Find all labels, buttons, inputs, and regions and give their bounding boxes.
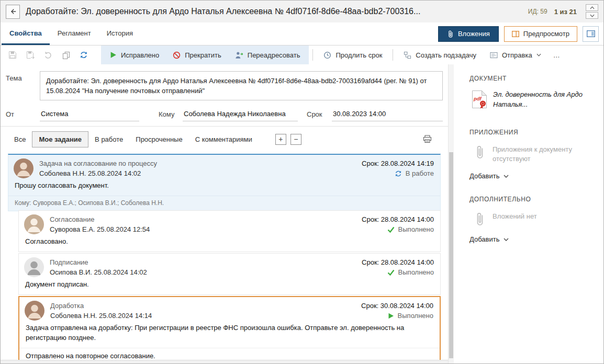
preview-button-label: Предпросмотр	[523, 30, 569, 38]
main-pane: Тема Доработайте: Эл. доверенность для А…	[1, 64, 448, 363]
chevron-down-icon	[536, 53, 541, 56]
from-field[interactable]: Система	[40, 108, 139, 121]
refresh-button[interactable]	[76, 47, 92, 63]
prev-record-button[interactable]	[586, 4, 598, 11]
task-form: Тема Доработайте: Эл. доверенность для А…	[1, 64, 448, 126]
task-card-approval[interactable]: Согласование Суворова Е.А. 25.08.2024 12…	[18, 210, 441, 252]
attachments-button[interactable]: Вложения	[438, 26, 499, 42]
filter-overdue[interactable]: Просроченные	[129, 132, 188, 147]
more-actions-button[interactable]: …	[548, 51, 566, 59]
filter-overdue-label: Просроченные	[136, 135, 182, 143]
task-card-meta: Срок: 28.08.2024 14:00 Выполнено	[362, 214, 434, 234]
task-title: Доработка	[50, 301, 152, 311]
to-field[interactable]: Соболева Надежда Николаевна	[183, 108, 298, 121]
toolbar-separator	[393, 49, 393, 61]
task-card-titles: Доработка Соболева Н.Н. 25.08.2024 14:14	[50, 301, 152, 321]
tab-properties[interactable]: Свойства	[2, 22, 50, 45]
avatar	[24, 214, 44, 234]
prohibit-icon	[173, 51, 181, 59]
undo-button[interactable]	[40, 47, 56, 63]
more-actions-label: …	[553, 51, 561, 59]
save-close-icon	[26, 51, 35, 59]
task-title: Подписание	[50, 257, 147, 267]
attachments-button-label: Вложения	[458, 30, 490, 38]
filter-in-progress-label: В работе	[95, 135, 123, 143]
collapse-all-button[interactable]: −	[290, 134, 301, 145]
avatar	[24, 257, 44, 277]
create-subtask-button[interactable]: Создать подзадачу	[397, 47, 483, 63]
task-status-label: В работе	[406, 168, 434, 178]
panel-layout-icon	[587, 30, 595, 37]
abort-button[interactable]: Прекратить	[166, 47, 228, 63]
deadline-field[interactable]: 30.08.2023 14:00	[332, 108, 443, 121]
next-record-button[interactable]	[586, 12, 598, 19]
corrected-button[interactable]: Исправлено	[103, 47, 166, 63]
filter-all-label: Все	[14, 135, 26, 143]
back-button[interactable]	[6, 5, 20, 19]
task-card-process[interactable]: Задача на согласование по процессу Собол…	[8, 154, 441, 211]
tab-regulation-label: Регламент	[58, 29, 91, 37]
expand-all-button[interactable]: +	[275, 134, 286, 145]
attachments-section-header: ПРИЛОЖЕНИЯ	[469, 129, 597, 136]
task-card-titles: Подписание Осипова В.И. 25.08.2024 14:02	[50, 257, 147, 277]
forward-button[interactable]: Переадресовать	[228, 47, 307, 63]
play-icon	[388, 313, 394, 319]
horizontal-scrollbar[interactable]	[1, 360, 448, 363]
document-section-header: ДОКУМЕНТ	[469, 75, 597, 82]
tab-history[interactable]: История	[99, 22, 141, 45]
minus-icon: −	[294, 135, 298, 143]
extra-empty-text: Вложений нет	[493, 212, 597, 221]
play-icon	[110, 51, 117, 59]
task-comment: Задача отправлена на доработку: При реги…	[19, 322, 440, 348]
task-author: Соболева Н.Н. 25.08.2024 14:14	[50, 311, 152, 321]
task-card-rework-selected[interactable]: Доработка Соболева Н.Н. 25.08.2024 14:14…	[18, 296, 441, 360]
task-card-header: Подписание Осипова В.И. 25.08.2024 14:02…	[19, 254, 440, 278]
save-and-close-button[interactable]	[23, 47, 38, 63]
printer-icon	[423, 135, 432, 143]
forward-person-icon	[235, 51, 243, 59]
add-extra-label: Добавить	[469, 235, 499, 243]
task-author: Суворова Е.А. 25.08.2024 12:54	[50, 224, 150, 234]
filter-with-comments[interactable]: С комментариями	[189, 132, 259, 147]
tab-regulation[interactable]: Регламент	[50, 22, 99, 45]
side-panel-toggle-button[interactable]	[583, 26, 599, 42]
primary-actions-group: Исправлено Прекратить Переадресовать	[101, 46, 309, 64]
tab-history-label: История	[107, 29, 133, 37]
vertical-scrollbar[interactable]	[448, 64, 454, 363]
filter-my-task[interactable]: Мое задание	[32, 131, 88, 147]
extend-deadline-button[interactable]: Продлить срок	[317, 47, 389, 63]
pdf-file-icon: pdf	[472, 90, 487, 109]
task-author: Соболева Н.Н. 25.08.2024 14:02	[39, 168, 157, 178]
task-due: Срок: 30.08.2024 14:00	[361, 301, 433, 311]
document-link[interactable]: Эл. доверенность для Ардо Наталья...	[493, 90, 585, 110]
page-title: Доработайте: Эл. доверенность для Ардо Н…	[26, 7, 522, 16]
avatar	[25, 301, 44, 321]
task-title: Задача на согласование по процессу	[39, 158, 157, 168]
record-id: ИД: 59	[528, 8, 547, 15]
save-icon	[8, 51, 17, 59]
task-comment-secondary: Отправлено на повторное согласование.	[19, 348, 440, 360]
task-card-titles: Задача на согласование по процессу Собол…	[39, 158, 157, 178]
paperclip-icon	[447, 30, 454, 38]
add-extra-button[interactable]: Добавить	[469, 235, 509, 243]
in-progress-icon	[395, 170, 402, 177]
send-icon	[490, 52, 498, 59]
task-status: Выполнено	[362, 267, 434, 277]
record-navigation	[586, 4, 598, 19]
filter-all[interactable]: Все	[8, 132, 32, 147]
subject-input[interactable]: Доработайте: Эл. доверенность для Ардо Н…	[40, 71, 443, 100]
preview-button[interactable]: Предпросмотр	[504, 26, 577, 42]
filter-in-progress[interactable]: В работе	[88, 132, 129, 147]
send-menu-button[interactable]: Отправка	[483, 47, 548, 63]
scrollbar-thumb[interactable]	[449, 152, 453, 358]
task-status: Выполнено	[361, 311, 433, 321]
svg-text:pdf: pdf	[473, 96, 482, 101]
print-button[interactable]	[420, 133, 434, 145]
task-feed: Задача на согласование по процессу Собол…	[1, 152, 448, 360]
task-card-signing[interactable]: Подписание Осипова В.И. 25.08.2024 14:02…	[18, 253, 441, 295]
extra-empty-row: Вложений нет	[475, 212, 597, 227]
add-attachment-button[interactable]: Добавить	[469, 172, 509, 180]
copy-button[interactable]	[58, 47, 74, 63]
create-subtask-label: Создать подзадачу	[416, 51, 476, 59]
save-button[interactable]	[5, 47, 20, 63]
